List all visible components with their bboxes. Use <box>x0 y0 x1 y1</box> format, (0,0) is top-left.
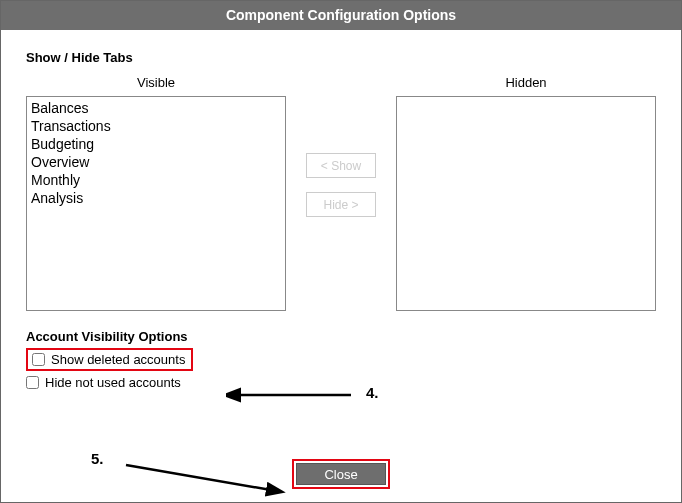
dialog-footer: Close <box>1 459 681 489</box>
list-item[interactable]: Monthly <box>31 171 281 189</box>
list-item[interactable]: Budgeting <box>31 135 281 153</box>
dialog-content: Show / Hide Tabs Visible BalancesTransac… <box>1 30 681 501</box>
dialog-title: Component Configuration Options <box>1 1 681 30</box>
account-visibility-section: Account Visibility Options Show deleted … <box>26 329 656 390</box>
show-deleted-row: Show deleted accounts <box>32 352 185 367</box>
list-item[interactable]: Analysis <box>31 189 281 207</box>
dialog-window: Component Configuration Options Show / H… <box>0 0 682 503</box>
visible-listbox[interactable]: BalancesTransactionsBudgetingOverviewMon… <box>26 96 286 311</box>
show-deleted-label: Show deleted accounts <box>51 352 185 367</box>
move-buttons-column: < Show Hide > <box>286 75 396 217</box>
list-item[interactable]: Transactions <box>31 117 281 135</box>
hide-button[interactable]: Hide > <box>306 192 376 217</box>
hide-unused-label: Hide not used accounts <box>45 375 181 390</box>
lists-row: Visible BalancesTransactionsBudgetingOve… <box>26 75 656 311</box>
hide-unused-checkbox[interactable] <box>26 376 39 389</box>
account-visibility-title: Account Visibility Options <box>26 329 656 344</box>
show-deleted-checkbox[interactable] <box>32 353 45 366</box>
hide-unused-row: Hide not used accounts <box>26 375 656 390</box>
visible-column: Visible BalancesTransactionsBudgetingOve… <box>26 75 286 311</box>
list-item[interactable]: Balances <box>31 99 281 117</box>
section-show-hide-tabs: Show / Hide Tabs <box>26 50 656 65</box>
show-button[interactable]: < Show <box>306 153 376 178</box>
list-item[interactable]: Overview <box>31 153 281 171</box>
highlight-show-deleted: Show deleted accounts <box>26 348 193 371</box>
visible-label: Visible <box>137 75 175 90</box>
close-button[interactable]: Close <box>296 463 386 485</box>
highlight-close: Close <box>292 459 390 489</box>
hidden-column: Hidden <box>396 75 656 311</box>
hidden-listbox[interactable] <box>396 96 656 311</box>
hidden-label: Hidden <box>505 75 546 90</box>
